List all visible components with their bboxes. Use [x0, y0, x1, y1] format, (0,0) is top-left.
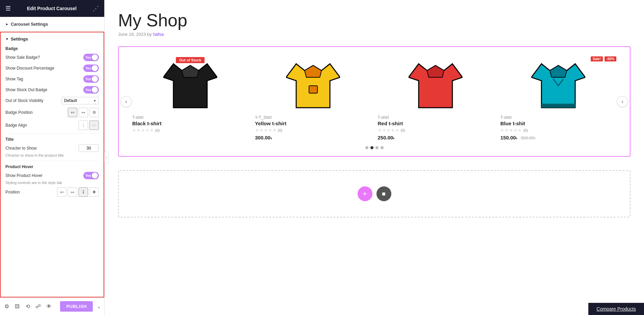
eye-footer-icon[interactable]: 👁 [46, 302, 52, 311]
add-section-button[interactable]: + [358, 186, 372, 201]
product-category-2: Y-T_Shirt [255, 115, 272, 120]
position-buttons: ↤ ↦ ↧ ✚ [57, 187, 99, 197]
star-3-4: ★ [391, 128, 395, 133]
show-sale-badge-toggle[interactable]: Yes [83, 54, 99, 61]
layers-footer-icon[interactable]: ⚄ [14, 302, 20, 311]
show-sale-badge-row: Show Sale Badge? Yes [5, 54, 99, 61]
show-discount-row: Show Discount Percentage Yes [5, 64, 99, 72]
out-of-stock-value: Default [64, 98, 77, 103]
carousel-settings-row[interactable]: ► Carousel Settings [0, 17, 104, 32]
toggle-knob-3 [92, 76, 98, 82]
carousel-wrapper: ‹ › Out of Stock T-shirt Black t-shirt ★… [118, 46, 631, 157]
shop-date: June 19, 2023 by [118, 32, 152, 37]
star-1-3: ★ [141, 128, 145, 133]
show-product-hover-label: Show Product Hover [5, 173, 43, 178]
title-group-label: Title [5, 137, 99, 142]
star-3-2: ★ [382, 128, 386, 133]
panel-header: ☰ Edit Product Carousel ⋰ [0, 0, 104, 17]
grid-icon[interactable]: ⋰ [93, 5, 99, 12]
toggle-knob-2 [92, 65, 98, 71]
currency-3: ৳ [393, 136, 394, 140]
show-stock-out-label: Show Stock Out Badge [5, 87, 47, 92]
star-2-1: ★ [255, 128, 259, 133]
review-count-4: (0) [523, 128, 528, 132]
badge-align-horizontal-btn[interactable]: ⋯ [89, 121, 99, 130]
toggle-yes-label-3: Yes [85, 77, 91, 81]
out-of-stock-visibility-label: Out of Stock Visibility [5, 98, 44, 103]
badge-group-label: Badge [5, 46, 99, 51]
carousel-next-btn[interactable]: › [617, 96, 628, 107]
carousel-dot-4[interactable] [381, 146, 384, 149]
badge-align-buttons: ⋮ ⋯ [79, 121, 99, 130]
settings-section-header[interactable]: ▼ Settings [5, 36, 99, 42]
char-to-show-input[interactable] [79, 145, 99, 152]
product-hover-group-label: Product Hover [5, 164, 99, 169]
shop-author-link[interactable]: hafsa [153, 32, 164, 37]
stars-4: ★ ★ ★ ★ ★ (0) [500, 128, 528, 133]
product-card-1: Out of Stock T-shirt Black t-shirt ★ ★ ★… [132, 54, 248, 141]
publish-button[interactable]: PUBLISH [60, 301, 93, 312]
star-4-2: ★ [505, 128, 509, 133]
badge-align-row: Badge Align ⋮ ⋯ [5, 121, 99, 130]
char-to-show-row: Chracter to Show [5, 145, 99, 152]
history-footer-icon[interactable]: ⟲ [25, 302, 31, 311]
product-image-wrap-1: Out of Stock [132, 54, 248, 111]
product-category-3: T-shirt [378, 115, 389, 120]
svg-rect-9 [541, 104, 575, 108]
compare-products-bar[interactable]: Compare Products [588, 303, 644, 315]
product-category-4: T-shirt [500, 115, 511, 120]
position-center-btn[interactable]: ↦ [68, 187, 77, 197]
product-name-3: Red t-shirt [378, 121, 403, 126]
carousel-dot-2[interactable] [370, 146, 373, 149]
shop-meta: June 19, 2023 by hafsa [118, 32, 631, 37]
carousel-dot-1[interactable] [365, 146, 368, 149]
currency-4: ৳ [516, 136, 517, 140]
carousel-dot-3[interactable] [375, 146, 379, 149]
product-image-wrap-4: Sale! -50% [500, 54, 616, 111]
review-count-1: (0) [155, 128, 160, 132]
star-4-1: ★ [500, 128, 504, 133]
position-bottom-btn[interactable]: ↧ [79, 187, 88, 197]
position-label: Position [5, 190, 20, 194]
badge-position-left-btn[interactable]: ↤ [68, 108, 77, 117]
collapse-handle[interactable]: 〉 [104, 152, 109, 164]
show-tag-toggle[interactable]: Yes [83, 75, 99, 83]
badge-position-right-btn[interactable]: ↦ [79, 108, 88, 117]
position-left-btn[interactable]: ↤ [57, 187, 66, 197]
stars-3: ★ ★ ★ ★ ★ (0) [378, 128, 405, 133]
star-2-3: ★ [264, 128, 268, 133]
toggle-knob [92, 54, 98, 60]
star-2-5: ★ [273, 128, 277, 133]
badge-align-vertical-btn[interactable]: ⋮ [79, 121, 88, 130]
carousel-prev-btn[interactable]: ‹ [121, 96, 132, 107]
responsive-footer-icon[interactable]: ☍ [35, 302, 41, 311]
show-discount-toggle[interactable]: Yes [83, 64, 99, 72]
svg-marker-3 [305, 65, 321, 77]
char-to-show-label: Chracter to Show [5, 146, 37, 151]
position-row: Position ↤ ↦ ↧ ✚ [5, 187, 99, 197]
product-image-4 [531, 54, 585, 111]
settings-panel: ▼ Settings Badge Show Sale Badge? Yes Sh… [0, 32, 104, 297]
star-3-3: ★ [387, 128, 391, 133]
svg-marker-1 [182, 65, 199, 77]
badge-position-settings-btn[interactable]: ⚙ [89, 108, 99, 117]
show-stock-out-toggle[interactable]: Yes [83, 86, 99, 94]
out-of-stock-dropdown[interactable]: Default ▼ [62, 97, 99, 104]
product-image-wrap-3 [378, 54, 494, 111]
hamburger-icon[interactable]: ☰ [5, 5, 11, 12]
star-1-4: ★ [145, 128, 149, 133]
product-image-wrap-2 [255, 54, 371, 111]
stop-button[interactable]: ■ [376, 186, 391, 201]
compare-products-label: Compare Products [596, 306, 636, 312]
settings-footer-icon[interactable]: ⚙ [3, 302, 10, 311]
product-image-2 [286, 54, 340, 111]
show-product-hover-toggle[interactable]: Yes [83, 172, 99, 179]
panel-footer: ⚙ ⚄ ⟲ ☍ 👁 PUBLISH ⌄ [0, 297, 104, 315]
badge-position-buttons: ↤ ↦ ⚙ [68, 108, 99, 117]
position-expand-btn[interactable]: ✚ [89, 187, 99, 197]
stars-2: ★ ★ ★ ★ ★ (0) [255, 128, 282, 133]
toggle-yes-label-2: Yes [85, 67, 91, 70]
original-price-4: 300.00৳ [521, 135, 536, 140]
show-tag-row: Show Tag Yes [5, 75, 99, 83]
footer-chevron-icon[interactable]: ⌄ [97, 304, 101, 309]
